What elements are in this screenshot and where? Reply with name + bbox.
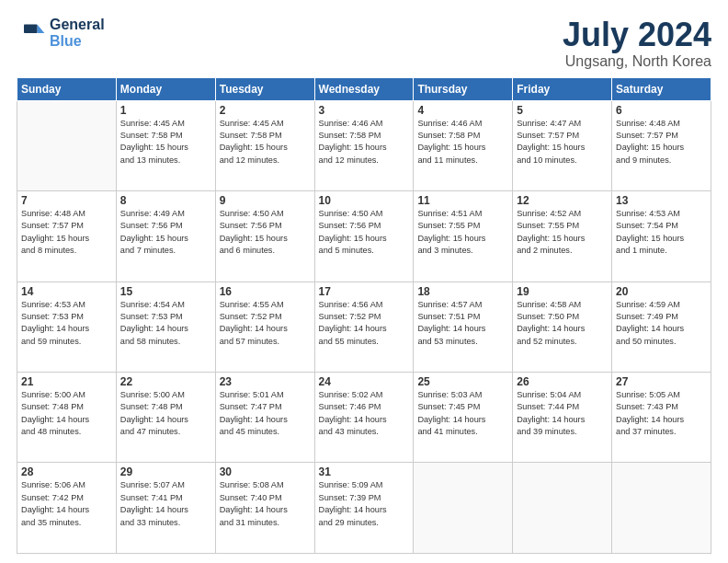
col-saturday: Saturday bbox=[612, 77, 711, 100]
day-number: 12 bbox=[517, 194, 608, 207]
page: General Blue July 2024 Ungsang, North Ko… bbox=[0, 0, 728, 563]
table-row: 29Sunrise: 5:07 AMSunset: 7:41 PMDayligh… bbox=[116, 463, 215, 554]
col-thursday: Thursday bbox=[414, 77, 513, 100]
logo-text-line1: General bbox=[50, 17, 105, 33]
table-row: 19Sunrise: 4:58 AMSunset: 7:50 PMDayligh… bbox=[513, 282, 612, 372]
day-info: Sunrise: 5:09 AMSunset: 7:39 PMDaylight:… bbox=[319, 479, 410, 528]
logo: General Blue bbox=[17, 17, 105, 50]
day-number: 18 bbox=[417, 285, 508, 298]
table-row: 4Sunrise: 4:46 AMSunset: 7:58 PMDaylight… bbox=[414, 100, 513, 190]
day-info: Sunrise: 4:53 AMSunset: 7:54 PMDaylight:… bbox=[616, 208, 707, 257]
svg-marker-0 bbox=[37, 24, 44, 33]
day-number: 20 bbox=[616, 285, 707, 298]
day-number: 8 bbox=[120, 194, 211, 207]
table-row: 11Sunrise: 4:51 AMSunset: 7:55 PMDayligh… bbox=[414, 191, 513, 282]
day-number: 4 bbox=[417, 104, 508, 117]
table-row: 18Sunrise: 4:57 AMSunset: 7:51 PMDayligh… bbox=[414, 282, 513, 372]
day-info: Sunrise: 4:49 AMSunset: 7:56 PMDaylight:… bbox=[120, 208, 211, 257]
day-number: 13 bbox=[616, 194, 707, 207]
calendar-week-1: 1Sunrise: 4:45 AMSunset: 7:58 PMDaylight… bbox=[17, 100, 711, 190]
table-row bbox=[612, 463, 711, 554]
day-number: 30 bbox=[220, 465, 311, 478]
day-info: Sunrise: 4:48 AMSunset: 7:57 PMDaylight:… bbox=[616, 118, 707, 167]
day-number: 31 bbox=[319, 465, 410, 478]
day-number: 15 bbox=[120, 285, 211, 298]
table-row: 10Sunrise: 4:50 AMSunset: 7:56 PMDayligh… bbox=[314, 191, 414, 282]
table-row: 6Sunrise: 4:48 AMSunset: 7:57 PMDaylight… bbox=[612, 100, 711, 190]
day-number: 23 bbox=[220, 375, 311, 388]
day-info: Sunrise: 4:46 AMSunset: 7:58 PMDaylight:… bbox=[319, 118, 410, 167]
table-row: 3Sunrise: 4:46 AMSunset: 7:58 PMDaylight… bbox=[314, 100, 414, 190]
day-number: 11 bbox=[417, 194, 508, 207]
table-row: 9Sunrise: 4:50 AMSunset: 7:56 PMDaylight… bbox=[215, 191, 314, 282]
day-number: 17 bbox=[319, 285, 410, 298]
day-number: 2 bbox=[220, 104, 311, 117]
day-info: Sunrise: 4:51 AMSunset: 7:55 PMDaylight:… bbox=[417, 208, 508, 257]
day-info: Sunrise: 4:56 AMSunset: 7:52 PMDaylight:… bbox=[319, 299, 410, 348]
day-info: Sunrise: 4:57 AMSunset: 7:51 PMDaylight:… bbox=[417, 299, 508, 348]
col-tuesday: Tuesday bbox=[215, 77, 314, 100]
table-row bbox=[513, 463, 612, 554]
day-number: 27 bbox=[616, 375, 707, 388]
day-info: Sunrise: 5:00 AMSunset: 7:48 PMDaylight:… bbox=[21, 389, 112, 438]
table-row: 24Sunrise: 5:02 AMSunset: 7:46 PMDayligh… bbox=[314, 373, 414, 463]
day-number: 14 bbox=[21, 285, 112, 298]
day-info: Sunrise: 5:05 AMSunset: 7:43 PMDaylight:… bbox=[616, 389, 707, 438]
table-row: 20Sunrise: 4:59 AMSunset: 7:49 PMDayligh… bbox=[612, 282, 711, 372]
month-title: July 2024 bbox=[563, 17, 711, 53]
table-row: 27Sunrise: 5:05 AMSunset: 7:43 PMDayligh… bbox=[612, 373, 711, 463]
table-row: 14Sunrise: 4:53 AMSunset: 7:53 PMDayligh… bbox=[17, 282, 117, 372]
table-row: 15Sunrise: 4:54 AMSunset: 7:53 PMDayligh… bbox=[116, 282, 215, 372]
svg-rect-1 bbox=[24, 24, 37, 33]
day-info: Sunrise: 4:53 AMSunset: 7:53 PMDaylight:… bbox=[21, 299, 112, 348]
day-info: Sunrise: 5:01 AMSunset: 7:47 PMDaylight:… bbox=[220, 389, 311, 438]
day-number: 22 bbox=[120, 375, 211, 388]
table-row: 13Sunrise: 4:53 AMSunset: 7:54 PMDayligh… bbox=[612, 191, 711, 282]
calendar-week-2: 7Sunrise: 4:48 AMSunset: 7:57 PMDaylight… bbox=[17, 191, 711, 282]
table-row bbox=[17, 100, 117, 190]
calendar-header-row: Sunday Monday Tuesday Wednesday Thursday… bbox=[17, 77, 711, 100]
table-row: 5Sunrise: 4:47 AMSunset: 7:57 PMDaylight… bbox=[513, 100, 612, 190]
day-info: Sunrise: 4:58 AMSunset: 7:50 PMDaylight:… bbox=[517, 299, 608, 348]
day-number: 29 bbox=[120, 465, 211, 478]
location-title: Ungsang, North Korea bbox=[563, 53, 711, 70]
day-info: Sunrise: 5:02 AMSunset: 7:46 PMDaylight:… bbox=[319, 389, 410, 438]
day-number: 9 bbox=[220, 194, 311, 207]
day-number: 24 bbox=[319, 375, 410, 388]
day-number: 28 bbox=[21, 465, 112, 478]
day-info: Sunrise: 5:03 AMSunset: 7:45 PMDaylight:… bbox=[417, 389, 508, 438]
day-info: Sunrise: 5:06 AMSunset: 7:42 PMDaylight:… bbox=[21, 479, 112, 528]
day-info: Sunrise: 4:45 AMSunset: 7:58 PMDaylight:… bbox=[120, 118, 211, 167]
day-info: Sunrise: 4:52 AMSunset: 7:55 PMDaylight:… bbox=[517, 208, 608, 257]
table-row: 1Sunrise: 4:45 AMSunset: 7:58 PMDaylight… bbox=[116, 100, 215, 190]
day-number: 26 bbox=[517, 375, 608, 388]
table-row: 31Sunrise: 5:09 AMSunset: 7:39 PMDayligh… bbox=[314, 463, 414, 554]
calendar-week-5: 28Sunrise: 5:06 AMSunset: 7:42 PMDayligh… bbox=[17, 463, 711, 554]
table-row: 2Sunrise: 4:45 AMSunset: 7:58 PMDaylight… bbox=[215, 100, 314, 190]
table-row: 17Sunrise: 4:56 AMSunset: 7:52 PMDayligh… bbox=[314, 282, 414, 372]
day-number: 16 bbox=[220, 285, 311, 298]
table-row: 16Sunrise: 4:55 AMSunset: 7:52 PMDayligh… bbox=[215, 282, 314, 372]
col-monday: Monday bbox=[116, 77, 215, 100]
header: General Blue July 2024 Ungsang, North Ko… bbox=[17, 17, 711, 70]
col-sunday: Sunday bbox=[17, 77, 117, 100]
table-row: 23Sunrise: 5:01 AMSunset: 7:47 PMDayligh… bbox=[215, 373, 314, 463]
day-number: 5 bbox=[517, 104, 608, 117]
table-row: 28Sunrise: 5:06 AMSunset: 7:42 PMDayligh… bbox=[17, 463, 117, 554]
day-number: 25 bbox=[417, 375, 508, 388]
day-info: Sunrise: 4:48 AMSunset: 7:57 PMDaylight:… bbox=[21, 208, 112, 257]
day-info: Sunrise: 5:04 AMSunset: 7:44 PMDaylight:… bbox=[517, 389, 608, 438]
table-row: 22Sunrise: 5:00 AMSunset: 7:48 PMDayligh… bbox=[116, 373, 215, 463]
day-number: 1 bbox=[120, 104, 211, 117]
table-row: 26Sunrise: 5:04 AMSunset: 7:44 PMDayligh… bbox=[513, 373, 612, 463]
day-info: Sunrise: 4:50 AMSunset: 7:56 PMDaylight:… bbox=[220, 208, 311, 257]
day-info: Sunrise: 4:59 AMSunset: 7:49 PMDaylight:… bbox=[616, 299, 707, 348]
day-number: 7 bbox=[21, 194, 112, 207]
calendar: Sunday Monday Tuesday Wednesday Thursday… bbox=[17, 77, 711, 554]
day-info: Sunrise: 5:00 AMSunset: 7:48 PMDaylight:… bbox=[120, 389, 211, 438]
table-row: 21Sunrise: 5:00 AMSunset: 7:48 PMDayligh… bbox=[17, 373, 117, 463]
table-row bbox=[414, 463, 513, 554]
table-row: 7Sunrise: 4:48 AMSunset: 7:57 PMDaylight… bbox=[17, 191, 117, 282]
table-row: 30Sunrise: 5:08 AMSunset: 7:40 PMDayligh… bbox=[215, 463, 314, 554]
title-block: July 2024 Ungsang, North Korea bbox=[563, 17, 711, 70]
